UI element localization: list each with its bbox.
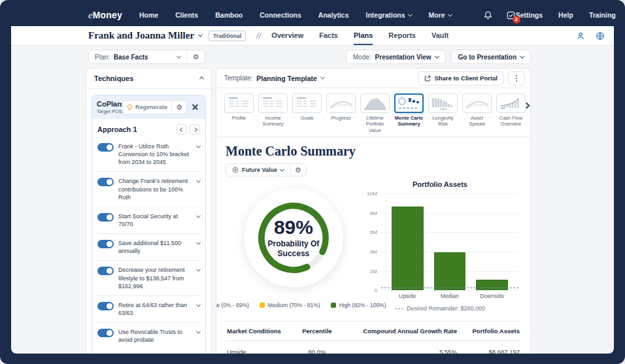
template-selector[interactable]: Template: Planning Template [224,74,324,82]
desired-remainder-line [381,288,518,288]
report-settings-button[interactable]: ⚙ [290,164,306,176]
next-approach-button[interactable] [190,124,200,135]
tab-reports[interactable]: Reports [388,26,416,45]
nav-item-bamboo[interactable]: Bamboo [215,11,243,19]
technique-label: Change Frank's retirement contributions … [118,177,192,201]
previous-approach-button[interactable] [177,124,187,135]
technique-row[interactable]: Change Frank's retirement contributions … [97,171,200,206]
thumbnails-next-icon[interactable] [524,99,529,110]
technique-toggle[interactable] [97,329,114,337]
share-icon [424,75,431,82]
thumbnail-label: Profile [224,115,254,121]
legend-item: Medium (70% - 81%) [260,302,320,308]
regenerate-button[interactable]: Regenerate [123,101,171,114]
plan-settings-button[interactable]: ⚙ [186,50,205,63]
tab-vault[interactable]: Vault [431,26,448,45]
thumbnail-lifetime-portfolio-value[interactable]: Lifetime Portfolio Value [360,93,390,133]
technique-row[interactable]: Start Social Security at 70/70 [97,207,200,233]
nav-item-analytics[interactable]: Analytics [318,11,349,19]
nav-item-more[interactable]: More [429,11,452,19]
table-header: Portfolio Assets [458,322,521,341]
client-name-dropdown[interactable]: Frank and Joanna Miller [88,30,202,41]
nav-item-home[interactable]: Home [139,11,158,19]
table-cell: $8,687,197 [458,341,521,354]
curve-icon [462,93,492,113]
coplanner-card: CoPlanner Target POS: 85% Regenerate ⚙ [92,95,206,354]
bar-upside [392,207,424,291]
chevron-down-icon[interactable] [196,144,201,148]
thumbnail-cash-flow-overview[interactable]: Cash Flow Overview [496,93,526,127]
tab-facts[interactable]: Facts [319,26,338,45]
monte-carlo-report: Monte Carlo Summary Future Value ⚙ [216,137,530,354]
nav-item-integrations[interactable]: Integrations [366,11,412,19]
nav-item-help[interactable]: Help [558,11,573,19]
bar-downside [476,280,508,290]
target-icon [232,167,239,173]
mode-selector[interactable]: Mode: Presentation View [346,50,446,64]
legend-swatch-icon [260,303,265,308]
chart-y-tick: 10M [367,191,377,197]
technique-row[interactable]: Retire at 64/63 rather than 63/63 [97,295,200,322]
technique-toggle[interactable] [97,143,114,152]
tab-overview[interactable]: Overview [271,26,303,45]
report-title: Monte Carlo Summary [226,144,521,159]
chart-y-tick: 0 [374,288,377,293]
globe-icon[interactable] [596,31,605,41]
legend-label: Medium (70% - 81%) [268,302,320,308]
hill-icon [360,93,390,113]
go-to-presentation-button[interactable]: Go to Presentation [451,50,531,64]
close-icon[interactable] [190,102,201,112]
chevron-down-icon[interactable] [196,267,201,272]
future-value-selector[interactable]: Future Value [226,164,290,176]
chevron-down-icon [435,54,439,58]
nav-item-training[interactable]: Training [589,11,616,19]
thumbnail-monte-carlo-summary[interactable]: Monte Carlo Summary [394,93,424,127]
target-pos-label: Target POS: 85% [97,108,119,114]
chevron-down-icon[interactable] [196,178,201,183]
tasks-icon[interactable]: 2 [506,10,516,20]
technique-row[interactable]: Save additional $11,500 annually [97,233,200,260]
thumbnail-income-summary[interactable]: Income Summary [258,93,288,127]
technique-label: Start Social Security at 70/70 [118,212,192,228]
thumbnail-progress[interactable]: Progress [326,93,356,121]
notifications-bell-icon[interactable] [483,10,493,20]
chevron-down-icon[interactable] [196,240,201,245]
thumbnail-label: Goals [292,115,322,121]
client-type-badge: Traditional [209,31,246,41]
chevron-down-icon[interactable] [196,302,201,306]
technique-toggle[interactable] [97,240,114,248]
collapse-chevron-icon[interactable] [199,76,204,80]
chart-title: Portfolio Assets [362,180,518,188]
technique-toggle[interactable] [97,302,114,310]
thumbnail-goals[interactable]: Goals [292,93,322,121]
technique-row[interactable]: Frank - Utilize Roth Conversion to 10% b… [97,137,200,171]
more-options-icon[interactable] [508,71,525,86]
plan-report-card: Template: Planning Template Share to Cli… [216,68,531,354]
techniques-panel: Techniques CoPlanner Target POS: 85% [86,68,212,354]
nav-item-connections[interactable]: Connections [260,11,301,19]
technique-toggle[interactable] [97,267,114,275]
probability-label: Probability Of Success [261,239,326,258]
thumbnail-profile[interactable]: Profile [224,93,254,121]
emoney-logo[interactable]: eMoney [88,10,122,21]
lightbulb-icon [127,104,133,111]
techniques-title: Techniques [94,74,133,82]
market-conditions-table: Market ConditionsPercentileCompound Annu… [226,321,521,354]
thumbnail-longevity-risk[interactable]: Longevity Risk [428,93,458,127]
technique-row[interactable]: Use Revocable Trusts to avoid probate [97,322,200,349]
coplanner-settings-button[interactable]: ⚙ [171,101,186,114]
chevron-down-icon[interactable] [196,213,201,218]
chart-y-tick: 4M [370,248,377,254]
legend-swatch-icon [331,303,336,308]
user-icon[interactable] [576,31,585,41]
tab-plans[interactable]: Plans [354,26,373,45]
technique-row[interactable]: Decrease your retirement lifestyle to $1… [97,260,200,295]
nav-item-clients[interactable]: Clients [175,11,198,19]
share-to-client-portal-button[interactable]: Share to Client Portal [418,71,504,86]
technique-toggle[interactable] [97,213,114,222]
chevron-down-icon[interactable] [196,329,201,334]
thumbnail-asset-spread[interactable]: Asset Spread [462,93,492,127]
technique-toggle[interactable] [97,178,114,186]
plan-selector[interactable]: Plan: Base Facts [89,50,186,63]
workspace: Techniques CoPlanner Target POS: 85% [11,68,614,354]
